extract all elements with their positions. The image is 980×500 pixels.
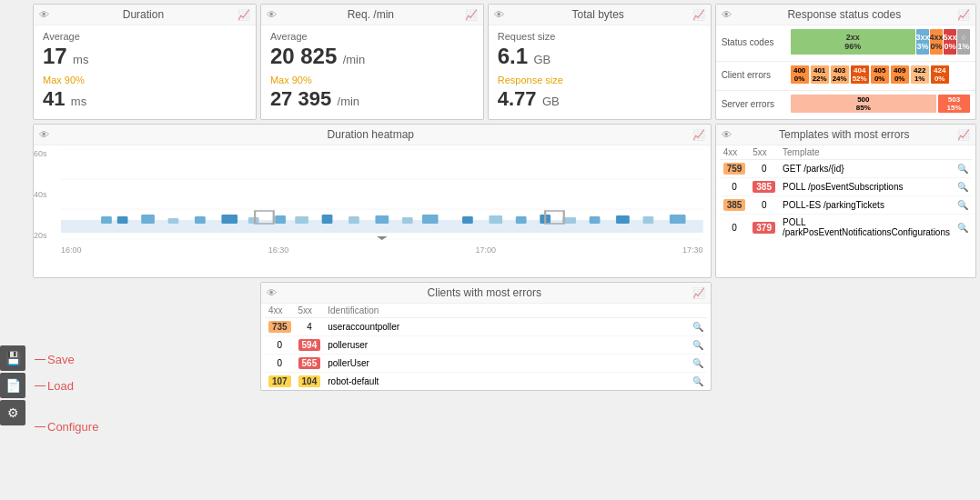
cell-search[interactable]: 🔍 [689,318,707,336]
cell-template: POLL /posEventSubscriptions [779,178,954,196]
cell-search[interactable]: 🔍 [954,215,972,241]
eye-icon-3[interactable]: 👁 [494,9,504,20]
clients-table: 4xx 5xx Identification 735 4 useraccount… [265,304,707,390]
cell-template: POLL /parkPosEventNotificationsConfigura… [779,215,954,241]
ce-424: 4240% [931,65,949,84]
chart-icon-5[interactable]: 📈 [692,129,705,141]
status-codes-row: Status codes 2xx 96% 3xx 3% 4xx 0% [722,29,970,55]
reqmin-max-unit: /min [338,95,360,108]
ce-404: 40452% [851,65,869,84]
server-errors-section: Server errors 50085% 50315% [716,91,975,119]
save-button[interactable]: 💾 [0,345,25,371]
svg-rect-26 [642,216,653,224]
table-row: 759 0 GET /parks/{id} 🔍 [720,160,972,178]
cell-5xx: 565 [295,355,325,373]
load-button[interactable]: 📄 [0,373,25,398]
chart-icon-2[interactable]: 📈 [465,9,478,21]
table-row: 0 565 pollerUser 🔍 [265,355,707,373]
reqmin-panel-header: 👁 Req. /min 📈 [261,5,483,25]
cell-template: POLL-ES /parkingTickets [779,196,954,215]
cell-template: GET /parks/{id} [779,160,954,178]
cell-search[interactable]: 🔍 [954,196,972,215]
duration-panel-header: 👁 Duration 📈 [34,5,256,25]
configure-button[interactable]: ⚙ [0,400,25,425]
templates-panel: 👁 Templates with most errors 📈 4xx 5xx T… [715,124,976,278]
svg-rect-13 [295,216,308,224]
svg-rect-11 [248,217,259,224]
client-errors-row: Client errors 4000% 40122% 40324% 40452%… [722,65,970,84]
chart-icon-3[interactable]: 📈 [692,9,705,21]
clients-panel: 👁 Clients with most errors 📈 4xx 5xx Ide… [260,282,712,391]
reqmin-title: Req. /min [277,8,465,21]
cell-5xx: 0 [749,160,779,178]
cell-search[interactable]: 🔍 [689,355,707,373]
clients-title: Clients with most errors [277,286,692,299]
cell-5xx: 385 [749,178,779,196]
cell-4xx: 107 [265,373,295,391]
cell-search[interactable]: 🔍 [689,336,707,355]
ce-422: 4221% [911,65,929,84]
svg-rect-8 [168,218,179,224]
heatmap-header: 👁 Duration heatmap 📈 [34,125,711,145]
client-errors-section: Client errors 4000% 40122% 40324% 40452%… [716,62,975,91]
totalbytes-resp-value: 4.77 [498,87,537,110]
cell-5xx: 104 [295,373,325,391]
duration-max-value-row: 41 ms [43,87,247,111]
heatmap-panel: 👁 Duration heatmap 📈 60s 40s 20s [33,124,712,278]
reqmin-metrics: Average 20 825 /min Max 90% 27 395 /min [261,25,483,118]
reqmin-avg-label: Average [270,31,474,42]
svg-rect-19 [462,216,473,224]
totalbytes-panel: 👁 Total bytes 📈 Request size 6.1 GB Resp… [488,4,712,120]
eye-icon[interactable]: 👁 [39,9,49,20]
svg-rect-25 [616,215,630,224]
configure-label: Configure [47,420,98,434]
eye-icon-6[interactable]: 👁 [722,129,732,140]
cell-search[interactable]: 🔍 [689,373,707,391]
templates-table-container: 4xx 5xx Template 759 0 GET /parks/{id} 🔍… [716,145,975,240]
clients-header: 👁 Clients with most errors 📈 [261,283,711,304]
status-codes-label: Status codes [722,37,787,47]
bar-other: ○ 1% [957,29,970,55]
server-errors-row: Server errors 50085% 50315% [722,95,970,113]
chart-icon-4[interactable]: 📈 [957,9,970,21]
totalbytes-resp-unit: GB [542,95,560,108]
ce-409: 4090% [891,65,909,84]
heatmap-x-labels: 16:00 16:30 17:00 17:30 [61,243,703,255]
totalbytes-resp-label: Response size [498,75,702,85]
chart-icon-6[interactable]: 📈 [957,129,970,141]
eye-icon-7[interactable]: 👁 [267,287,277,298]
table-row: 0 379 POLL /parkPosEventNotificationsCon… [720,215,972,241]
eye-icon-4[interactable]: 👁 [722,9,732,20]
reqmin-max-label: Max 90% [270,75,474,85]
save-arrow [35,359,45,360]
totalbytes-panel-header: 👁 Total bytes 📈 [489,5,711,25]
cell-id: useraccountpoller [324,318,688,336]
ce-403: 40324% [831,65,849,84]
templates-table: 4xx 5xx Template 759 0 GET /parks/{id} 🔍… [720,145,972,240]
duration-max-unit: ms [71,95,86,108]
duration-avg-value: 17 [43,44,67,68]
chart-icon-7[interactable]: 📈 [692,287,705,299]
bar-4xx: 4xx 0% [930,29,943,55]
cell-id: robot-default [324,373,688,391]
duration-panel: 👁 Duration 📈 Average 17 ms Max 90% 41 ms [33,4,257,120]
chart-icon[interactable]: 📈 [237,9,250,21]
cell-search[interactable]: 🔍 [954,178,972,196]
duration-title: Duration [49,8,237,21]
cell-search[interactable]: 🔍 [954,160,972,178]
table-row: 0 385 POLL /posEventSubscriptions 🔍 [720,178,972,196]
clients-col-id: Identification [324,304,688,318]
heatmap-body: 60s 40s 20s [34,145,711,264]
load-label: Load [47,379,74,393]
eye-icon-2[interactable]: 👁 [267,9,277,20]
table-row: 0 594 polleruser 🔍 [265,336,707,355]
response-status-panel: 👁 Response status codes 📈 Status codes 2… [715,4,976,120]
response-status-header: 👁 Response status codes 📈 [716,5,975,25]
cell-5xx: 0 [749,196,779,215]
duration-avg-unit: ms [73,53,88,66]
reqmin-panel: 👁 Req. /min 📈 Average 20 825 /min Max 90… [260,4,484,120]
eye-icon-5[interactable]: 👁 [39,129,49,140]
reqmin-max-value: 27 395 [270,87,331,110]
bar-3xx: 3xx 3% [916,29,929,55]
templates-title: Templates with most errors [732,128,957,141]
